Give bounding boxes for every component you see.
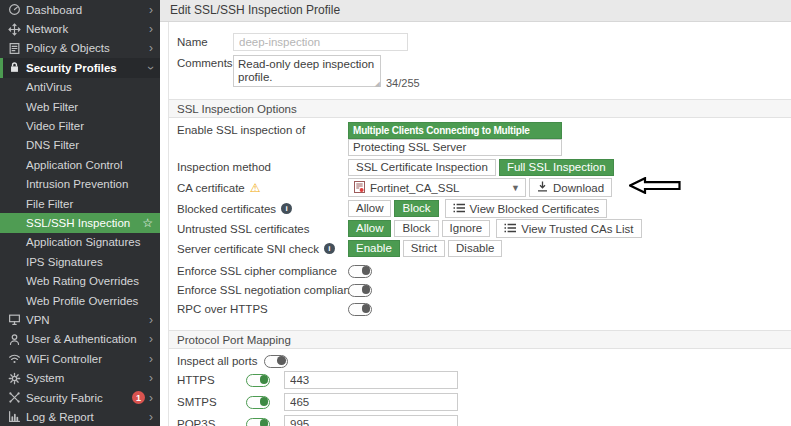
sni-strict[interactable]: Strict — [403, 240, 445, 257]
page-title: Edit SSL/SSH Inspection Profile — [160, 0, 791, 22]
sidebar-item-label: Dashboard — [26, 4, 82, 16]
smtps-label: SMTPS — [177, 396, 246, 408]
untrusted-block[interactable]: Block — [394, 220, 438, 237]
sidebar-item-application-control[interactable]: Application Control — [0, 155, 160, 174]
sidebar-item-vpn[interactable]: VPN › — [0, 310, 160, 329]
fortigate-app: Dashboard › Network › Policy & Objects ›… — [0, 0, 791, 426]
monitor-icon — [8, 313, 26, 326]
inspect-all-ports-toggle[interactable] — [264, 355, 288, 368]
blocked-block[interactable]: Block — [394, 200, 438, 217]
sidebar-item-policy-objects[interactable]: Policy & Objects › — [0, 39, 160, 58]
info-icon: i — [281, 203, 292, 214]
comments-label: Comments — [177, 57, 233, 69]
chevron-down-icon: › — [145, 66, 157, 70]
rpc-over-https-label: RPC over HTTPS — [177, 303, 348, 315]
sidebar-item-dns-filter[interactable]: DNS Filter — [0, 136, 160, 155]
enforce-cipher-toggle[interactable] — [348, 265, 372, 278]
move-arrows-icon — [8, 23, 26, 36]
sidebar-item-application-signatures[interactable]: Application Signatures — [0, 233, 160, 252]
untrusted-allow[interactable]: Allow — [348, 220, 391, 237]
sidebar-item-ips-signatures[interactable]: IPS Signatures — [0, 252, 160, 271]
sidebar-nav: Dashboard › Network › Policy & Objects ›… — [0, 0, 160, 426]
name-input[interactable] — [233, 33, 408, 51]
inspect-all-ports-label: Inspect all ports — [177, 355, 258, 367]
sni-disable[interactable]: Disable — [448, 240, 502, 257]
gear-icon — [8, 372, 26, 385]
sidebar-item-label: VPN — [26, 314, 50, 326]
untrusted-ignore[interactable]: Ignore — [442, 220, 491, 237]
sidebar-item-system[interactable]: System › — [0, 368, 160, 387]
inspection-method-label: Inspection method — [177, 161, 348, 173]
option-multiple-clients[interactable]: Multiple Clients Connecting to Multiple … — [348, 122, 562, 139]
name-label: Name — [177, 36, 233, 48]
option-full-ssl-inspection[interactable]: Full SSL Inspection — [499, 159, 614, 176]
sidebar-item-file-filter[interactable]: File Filter — [0, 194, 160, 213]
https-port-input[interactable] — [284, 371, 458, 389]
sidebar-item-label: Security Fabric — [26, 392, 103, 404]
view-trusted-cas-button[interactable]: View Trusted CAs List — [496, 219, 641, 238]
resize-grip-icon[interactable]: ◢ — [375, 80, 380, 88]
chevron-right-icon: › — [149, 23, 153, 35]
sni-enable[interactable]: Enable — [348, 240, 400, 257]
sidebar-item-user-authentication[interactable]: User & Authentication › — [0, 330, 160, 349]
sidebar-item-video-filter[interactable]: Video Filter — [0, 116, 160, 135]
comments-textarea[interactable]: Read-only deep inspection profile. — [233, 55, 381, 87]
sidebar-item-security-profiles[interactable]: Security Profiles › — [0, 58, 160, 77]
lock-icon — [8, 61, 26, 74]
info-icon: i — [324, 243, 335, 254]
chevron-right-icon: › — [149, 411, 153, 423]
sidebar-item-log-report[interactable]: Log & Report › — [0, 407, 160, 426]
star-icon[interactable]: ☆ — [142, 216, 153, 230]
enable-ssl-inspection-group: Multiple Clients Connecting to Multiple … — [348, 122, 562, 156]
section-ssl-inspection-options: SSL Inspection Options — [169, 99, 791, 118]
option-ssl-certificate-inspection[interactable]: SSL Certificate Inspection — [348, 159, 496, 176]
comments-char-counter: 34/255 — [386, 77, 420, 91]
sidebar-item-antivirus[interactable]: AntiVirus — [0, 78, 160, 97]
sidebar-item-network[interactable]: Network › — [0, 19, 160, 38]
smtps-toggle[interactable] — [246, 396, 270, 409]
option-protecting-ssl-server[interactable]: Protecting SSL Server — [348, 139, 562, 156]
sidebar-item-label: Security Profiles — [26, 62, 117, 74]
sidebar-item-dashboard[interactable]: Dashboard › — [0, 0, 160, 19]
list-icon — [453, 203, 465, 215]
warning-icon: ⚠ — [250, 182, 261, 194]
sidebar-item-label: Policy & Objects — [26, 42, 110, 54]
sidebar-item-ssl-ssh-inspection[interactable]: SSL/SSH Inspection ☆ — [0, 213, 160, 232]
rpc-over-https-toggle[interactable] — [348, 303, 372, 316]
enforce-cipher-label: Enforce SSL cipher compliance — [177, 265, 348, 277]
blocked-allow[interactable]: Allow — [348, 200, 391, 217]
certificate-icon — [354, 181, 365, 195]
ca-certificate-dropdown[interactable]: Fortinet_CA_SSL ▼ — [348, 178, 526, 197]
sidebar-item-label: WiFi Controller — [26, 353, 102, 365]
ca-certificate-value: Fortinet_CA_SSL — [370, 182, 460, 194]
sidebar-item-wifi-controller[interactable]: WiFi Controller › — [0, 349, 160, 368]
smtps-port-input[interactable] — [284, 393, 458, 411]
chevron-right-icon: › — [149, 392, 153, 404]
sidebar-item-intrusion-prevention[interactable]: Intrusion Prevention — [0, 175, 160, 194]
caret-down-icon: ▼ — [511, 183, 520, 193]
pop3s-port-input[interactable] — [284, 415, 458, 426]
chevron-right-icon: › — [149, 333, 153, 345]
pop3s-toggle[interactable] — [246, 418, 270, 426]
sidebar-item-label: Network — [26, 23, 68, 35]
sidebar-item-label: Log & Report — [26, 411, 94, 423]
enforce-negotiation-label: Enforce SSL negotiation compliance — [177, 284, 348, 296]
sidebar-item-web-rating-overrides[interactable]: Web Rating Overrides — [0, 271, 160, 290]
chevron-right-icon: › — [149, 314, 153, 326]
sni-check-label: Server certificate SNI check i — [177, 243, 348, 255]
sidebar-item-web-filter[interactable]: Web Filter — [0, 97, 160, 116]
view-blocked-certificates-button[interactable]: View Blocked Certificates — [445, 199, 608, 218]
sidebar-item-label: User & Authentication — [26, 333, 137, 345]
fabric-icon — [8, 391, 26, 404]
chevron-right-icon: › — [149, 353, 153, 365]
enforce-negotiation-toggle[interactable] — [348, 284, 372, 297]
enable-ssl-inspection-label: Enable SSL inspection of — [177, 124, 348, 136]
main-content: Edit SSL/SSH Inspection Profile Name Com… — [160, 0, 791, 426]
edit-profile-form: Name Comments Read-only deep inspection … — [168, 22, 791, 426]
sidebar-item-security-fabric[interactable]: Security Fabric 1 › — [0, 388, 160, 407]
chevron-right-icon: › — [149, 42, 153, 54]
ca-certificate-label: CA certificate ⚠ — [177, 182, 348, 194]
https-toggle[interactable] — [246, 374, 270, 387]
download-button[interactable]: Download — [529, 178, 612, 197]
sidebar-item-web-profile-overrides[interactable]: Web Profile Overrides — [0, 291, 160, 310]
